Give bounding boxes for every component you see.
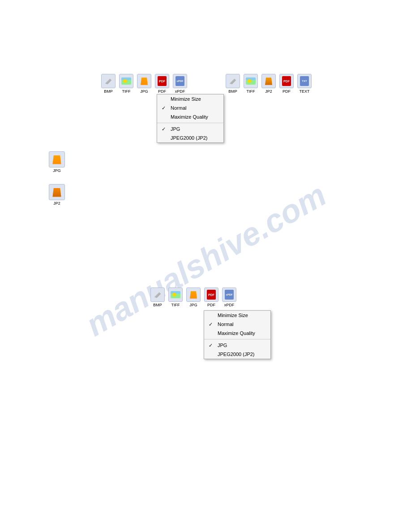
menu-minimize-size-1[interactable]: Minimize Size — [157, 94, 223, 103]
menu-separator-1 — [157, 123, 223, 123]
context-menu-1: Minimize Size Normal Maximize Quality JP… — [157, 94, 224, 143]
jp2-icon-2 — [261, 74, 276, 88]
context-menu-2: Minimize Size Normal Maximize Quality JP… — [204, 310, 271, 359]
toolbar2-jp2[interactable]: JP2 — [260, 74, 278, 94]
xpdf-icon-3: xPDF — [222, 287, 236, 302]
toolbar3-bmp[interactable]: BMP — [149, 287, 167, 307]
tiff-icon-2 — [244, 74, 258, 88]
toolbar3-xpdf[interactable]: xPDF xPDF — [220, 287, 238, 307]
menu-separator-2 — [204, 339, 270, 339]
pdf-icon-2: PDF — [279, 74, 294, 88]
menu-jpg-2[interactable]: JPG — [204, 341, 270, 350]
toolbar-3: BMP TIFF JPG PDF PDF xPDF xPDF — [149, 287, 238, 307]
toolbar-2: BMP TIFF JP2 PDF PDF TXT TEXT — [224, 74, 313, 94]
bmp-icon-2 — [226, 74, 240, 88]
toolbar-1: BMP TIFF JPG PDF PDF xPDF xPDF — [99, 74, 189, 94]
menu-minimize-size-2[interactable]: Minimize Size — [204, 311, 270, 320]
toolbar1-bmp[interactable]: BMP — [99, 74, 117, 94]
menu-jpg-1[interactable]: JPG — [157, 124, 223, 133]
menu-maximize-quality-2[interactable]: Maximize Quality — [204, 329, 270, 338]
toolbar2-tiff[interactable]: TIFF — [242, 74, 260, 94]
toolbar2-pdf[interactable]: PDF PDF — [278, 74, 295, 94]
toolbar3-tiff[interactable]: TIFF — [167, 287, 184, 307]
tiff-icon-3 — [168, 287, 183, 302]
pdf-icon: PDF — [155, 74, 169, 88]
toolbar1-pdf[interactable]: PDF PDF — [153, 74, 171, 94]
jpg-icon-3 — [186, 287, 201, 302]
text-icon-2: TXT — [297, 74, 312, 88]
toolbar3-jpg[interactable]: JPG — [184, 287, 202, 307]
toolbar3-pdf[interactable]: PDF PDF — [202, 287, 220, 307]
toolbar1-tiff[interactable]: TIFF — [117, 74, 135, 94]
jpg-icon — [137, 74, 151, 88]
xpdf-icon: xPDF — [173, 74, 187, 88]
toolbar1-jpg[interactable]: JPG — [135, 74, 153, 94]
bmp-icon — [101, 74, 116, 88]
menu-jpeg2000-2[interactable]: JPEG2000 (JP2) — [204, 350, 270, 359]
menu-jpeg2000-1[interactable]: JPEG2000 (JP2) — [157, 133, 223, 142]
toolbar1-xpdf[interactable]: xPDF xPDF — [171, 74, 189, 94]
menu-normal-2[interactable]: Normal — [204, 320, 270, 329]
pdf-icon-3: PDF — [204, 287, 218, 302]
menu-normal-1[interactable]: Normal — [157, 103, 223, 112]
single-jp2-icon[interactable]: JP2 — [47, 184, 66, 206]
single-jpg-icon[interactable]: JPG — [47, 151, 66, 173]
menu-maximize-quality-1[interactable]: Maximize Quality — [157, 112, 223, 121]
tiff-icon — [119, 74, 133, 88]
toolbar2-text[interactable]: TXT TEXT — [295, 74, 313, 94]
jp2-single-box — [49, 184, 65, 200]
toolbar2-bmp[interactable]: BMP — [224, 74, 242, 94]
jpg-single-box — [49, 151, 65, 167]
bmp-icon-3 — [150, 287, 165, 302]
